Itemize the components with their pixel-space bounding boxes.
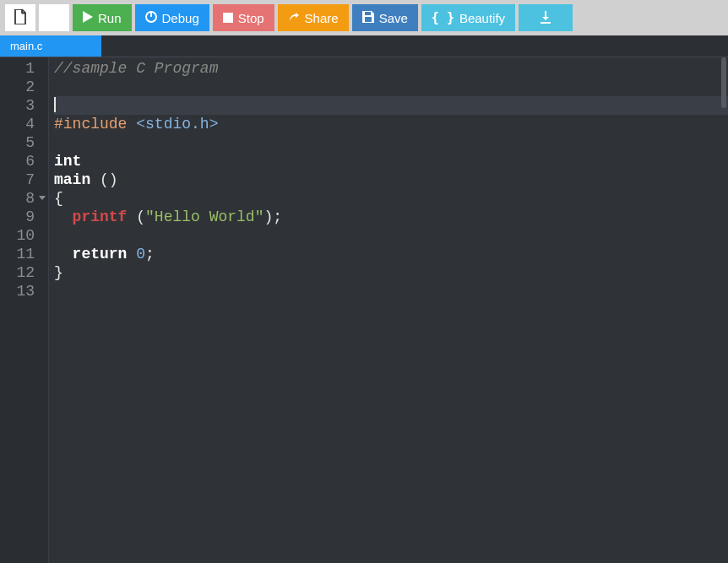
share-button[interactable]: Share	[278, 4, 349, 31]
space	[127, 208, 136, 225]
semicolon-token: ;	[145, 246, 155, 263]
stop-icon	[223, 11, 233, 25]
upload-button[interactable]	[39, 4, 69, 31]
share-icon	[288, 11, 300, 25]
indent	[54, 246, 73, 263]
comment-token: //sample C Program	[54, 60, 218, 77]
braces-icon: { }	[432, 10, 454, 25]
svg-rect-2	[223, 13, 233, 23]
number-token: 0	[136, 246, 145, 263]
gutter-line: 8	[0, 189, 48, 208]
header-token: <stdio.h>	[127, 116, 218, 133]
code-line: {	[54, 189, 728, 208]
new-file-button[interactable]	[5, 4, 35, 31]
beautify-label: Beautify	[459, 11, 505, 25]
gutter-line: 3	[0, 96, 48, 115]
editor-content[interactable]: //sample C Program #include <stdio.h> in…	[49, 57, 728, 563]
code-line	[54, 78, 728, 96]
func-token: printf	[73, 208, 128, 225]
gutter-line: 10	[0, 226, 48, 245]
play-icon	[83, 11, 93, 25]
stop-label: Stop	[238, 11, 264, 25]
paren-token: (	[136, 208, 145, 225]
gutter-line: 9	[0, 208, 48, 226]
download-button[interactable]	[519, 4, 573, 31]
editor-gutter: 1 2 3 4 5 6 7 8 9 10 11 12 13	[0, 57, 49, 563]
code-line: main ()	[54, 171, 728, 189]
download-icon	[539, 10, 552, 26]
code-line: printf ("Hello World");	[54, 208, 728, 226]
code-line	[54, 226, 728, 245]
debug-button[interactable]: Debug	[135, 4, 209, 31]
gutter-line: 11	[0, 245, 48, 263]
file-icon	[14, 9, 27, 27]
gutter-line: 5	[0, 133, 48, 152]
space	[127, 246, 136, 263]
debug-label: Debug	[162, 11, 199, 25]
save-label: Save	[379, 11, 408, 25]
semicolon-token: ;	[273, 208, 282, 225]
share-label: Share	[305, 11, 339, 25]
code-line: //sample C Program	[54, 59, 728, 78]
code-line: #include <stdio.h>	[54, 115, 728, 133]
preprocessor-token: #include	[54, 116, 127, 133]
code-line: }	[54, 263, 728, 282]
code-editor[interactable]: 1 2 3 4 5 6 7 8 9 10 11 12 13 //sample C…	[0, 57, 728, 563]
string-token: "Hello World"	[145, 208, 263, 225]
save-icon	[362, 11, 374, 25]
gutter-line: 4	[0, 115, 48, 133]
tab-label: main.c	[10, 40, 42, 52]
gutter-line: 2	[0, 78, 48, 96]
brace-token: {	[54, 190, 63, 207]
code-line: return 0;	[54, 245, 728, 263]
keyword-token: return	[73, 246, 128, 263]
paren-token: ()	[90, 171, 117, 188]
gutter-line: 7	[0, 171, 48, 189]
code-line	[54, 282, 728, 300]
scrollbar-thumb[interactable]	[721, 57, 726, 108]
code-line-active	[54, 96, 728, 115]
funcname-token: main	[54, 171, 90, 188]
toolbar: Run Debug Stop Share Save { } Beautify	[0, 0, 728, 35]
run-label: Run	[98, 11, 122, 25]
gutter-line: 13	[0, 282, 48, 300]
gutter-line: 12	[0, 263, 48, 282]
code-line: int	[54, 152, 728, 171]
gutter-line: 1	[0, 59, 48, 78]
tabs-bar: main.c	[0, 35, 728, 57]
power-icon	[145, 11, 157, 25]
editor-cursor	[54, 97, 56, 112]
keyword-token: int	[54, 153, 81, 170]
paren-token: )	[263, 208, 273, 225]
brace-token: }	[54, 264, 63, 281]
indent	[54, 208, 73, 225]
gutter-line: 6	[0, 152, 48, 171]
stop-button[interactable]: Stop	[213, 4, 274, 31]
cloud-upload-icon	[46, 10, 62, 26]
save-button[interactable]: Save	[352, 4, 418, 31]
run-button[interactable]: Run	[73, 4, 132, 31]
code-line	[54, 133, 728, 152]
beautify-button[interactable]: { } Beautify	[421, 4, 515, 31]
tab-main-c[interactable]: main.c	[0, 35, 101, 57]
